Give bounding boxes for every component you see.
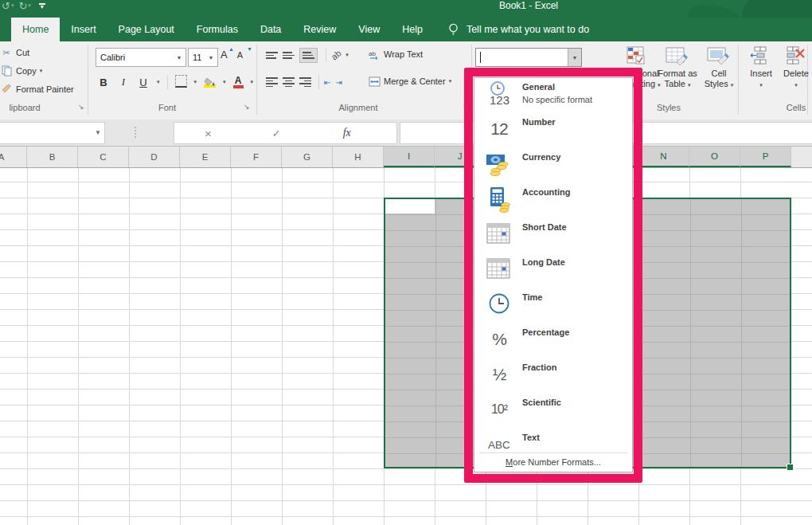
more-number-formats-item[interactable]: More Number Formats...: [474, 457, 632, 467]
wrap-text-button[interactable]: ab Wrap Text: [368, 48, 423, 61]
merge-center-icon: [368, 75, 381, 88]
chevron-down-icon[interactable]: ▼: [95, 129, 101, 136]
tab-review[interactable]: Review: [292, 18, 347, 41]
menu-item-long-date[interactable]: Long Date: [474, 253, 632, 288]
chevron-down-icon[interactable]: ▾: [251, 79, 254, 85]
menu-item-percentage[interactable]: %Percentage: [474, 323, 632, 358]
tab-page-layout[interactable]: Page Layout: [107, 18, 185, 41]
sheet-grid[interactable]: [0, 168, 812, 525]
group-separator: [256, 45, 257, 115]
name-box[interactable]: ▼: [0, 122, 105, 144]
merge-center-button[interactable]: Merge & Center ▾: [368, 75, 451, 88]
undo-button[interactable]: ↺▾: [2, 0, 14, 12]
tell-me-box[interactable]: Tell me what you want to do: [448, 18, 589, 41]
alignment-dialog-launcher[interactable]: ↘: [463, 103, 470, 111]
cut-button[interactable]: ✂ Cut: [0, 46, 29, 59]
align-center-button[interactable]: [283, 76, 295, 88]
number-format-combobox[interactable]: ▼: [475, 48, 582, 67]
customize-qat-button[interactable]: ▾: [39, 3, 45, 9]
middle-align-button[interactable]: [283, 50, 295, 61]
chevron-down-icon[interactable]: ▾: [449, 78, 452, 84]
column-header-B[interactable]: B: [27, 147, 78, 167]
column-header-G[interactable]: G: [282, 147, 333, 167]
chevron-down-icon[interactable]: ▼: [172, 49, 185, 66]
menu-item-short-date[interactable]: Short Date: [474, 218, 632, 253]
column-header-F[interactable]: F: [231, 147, 282, 167]
fill-handle[interactable]: [787, 464, 794, 471]
insert-cells-button[interactable]: Insert ▾: [744, 45, 779, 88]
menu-item-scientific[interactable]: 10²Scientific: [474, 394, 632, 429]
column-header-N[interactable]: N: [638, 147, 689, 167]
chevron-down-icon: ▾: [688, 82, 691, 88]
format-painter-button[interactable]: Format Painter: [0, 83, 74, 96]
menu-item-general[interactable]: 123GeneralNo specific format: [474, 78, 632, 113]
tab-help[interactable]: Help: [391, 18, 434, 41]
chevron-down-icon[interactable]: ▾: [223, 79, 226, 85]
redo-button[interactable]: ↻▾: [18, 0, 30, 12]
font-name-combobox[interactable]: Calibri ▼: [96, 48, 186, 67]
formula-bar-splitter[interactable]: [135, 127, 136, 139]
chevron-down-icon[interactable]: ▾: [157, 79, 160, 85]
tab-home[interactable]: Home: [11, 18, 60, 41]
bold-button[interactable]: B: [97, 76, 110, 88]
menu-item-number[interactable]: 12Number: [474, 113, 632, 148]
chevron-down-icon[interactable]: ▾: [794, 82, 798, 88]
menu-item-accounting[interactable]: Accounting: [474, 183, 632, 218]
tab-insert[interactable]: Insert: [60, 18, 107, 41]
font-size-combobox[interactable]: 11 ▼: [188, 48, 218, 67]
copy-button[interactable]: Copy ▾: [0, 65, 42, 77]
decrease-font-size-button[interactable]: A: [237, 50, 243, 60]
paintbrush-icon: [0, 83, 13, 96]
column-header-C[interactable]: C: [78, 147, 129, 167]
column-header-E[interactable]: E: [180, 147, 231, 167]
align-left-button[interactable]: [266, 76, 278, 88]
column-header-D[interactable]: D: [129, 147, 180, 167]
active-cell[interactable]: [385, 199, 435, 214]
menu-item-time[interactable]: Time: [474, 288, 632, 323]
chevron-down-icon[interactable]: ▼: [568, 49, 581, 66]
increase-font-size-button[interactable]: A: [221, 49, 228, 61]
menu-separator: [479, 453, 627, 453]
chevron-down-icon[interactable]: ▾: [11, 2, 14, 9]
column-header-O[interactable]: O: [689, 147, 740, 167]
chevron-down-icon[interactable]: ▾: [40, 68, 43, 74]
chevron-down-icon[interactable]: ▾: [345, 52, 349, 58]
column-header-P[interactable]: P: [740, 147, 791, 167]
delete-cells-button[interactable]: Delete ▾: [779, 45, 812, 88]
decrease-indent-button[interactable]: ⇤: [324, 78, 330, 87]
cell-styles-label: Cell: [712, 69, 727, 78]
bottom-align-button[interactable]: [299, 48, 318, 63]
chevron-down-icon[interactable]: ▾: [194, 79, 197, 85]
underline-button[interactable]: U: [137, 76, 150, 88]
chevron-down-icon[interactable]: ▾: [759, 82, 763, 88]
clipboard-dialog-launcher[interactable]: ↘: [78, 103, 86, 111]
chevron-down-icon[interactable]: ▼: [204, 49, 217, 66]
chevron-down-icon[interactable]: ▾: [28, 2, 31, 9]
borders-button[interactable]: [175, 75, 187, 89]
italic-button[interactable]: I: [117, 76, 130, 88]
group-separator: [88, 45, 88, 115]
insert-function-button[interactable]: fx: [343, 127, 351, 139]
font-color-button[interactable]: A: [233, 76, 244, 88]
tab-data[interactable]: Data: [249, 18, 292, 41]
menu-item-label: Number: [522, 117, 556, 127]
format-painter-label: Format Painter: [16, 84, 74, 94]
enter-icon[interactable]: ✓: [272, 127, 281, 139]
menu-item-fraction[interactable]: ½Fraction: [474, 358, 632, 394]
font-dialog-launcher[interactable]: ↘: [244, 103, 252, 111]
column-header-I[interactable]: I: [384, 147, 435, 167]
align-right-button[interactable]: [299, 76, 311, 88]
column-header-A[interactable]: A: [0, 147, 27, 167]
cell-styles-button[interactable]: Cell Styles ▾: [701, 45, 737, 90]
top-align-button[interactable]: [266, 50, 278, 61]
format-as-table-button[interactable]: Format as Table ▾: [654, 45, 701, 90]
orientation-button[interactable]: ab: [330, 49, 343, 62]
styles-group-label: Styles: [637, 103, 701, 112]
menu-item-currency[interactable]: Currency: [474, 148, 632, 183]
column-header-H[interactable]: H: [333, 147, 384, 167]
tab-view[interactable]: View: [347, 18, 391, 41]
cancel-icon[interactable]: ×: [205, 127, 212, 140]
fill-color-button[interactable]: [204, 77, 216, 88]
tab-formulas[interactable]: Formulas: [185, 18, 249, 41]
increase-indent-button[interactable]: ⇥: [335, 78, 342, 87]
